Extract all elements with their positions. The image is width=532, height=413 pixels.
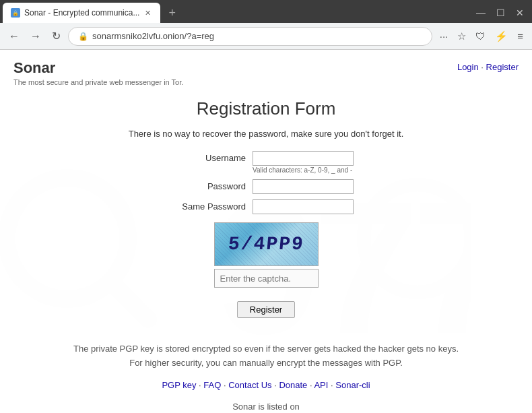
captcha-section: 5/4PP9 <box>27 222 505 288</box>
nav-separator: · <box>481 62 486 72</box>
faq-link[interactable]: FAQ <box>203 380 221 390</box>
password-input[interactable] <box>253 179 354 194</box>
form-container: Registration Form There is no way to rec… <box>13 98 519 318</box>
nav-bar: ← → ↻ 🔒 sonarmsniko2lvfu.onion/?a=reg ··… <box>0 23 532 50</box>
more-options-button[interactable]: ··· <box>436 28 452 44</box>
window-controls-area: — ☐ ✕ <box>471 5 529 20</box>
restore-button[interactable]: ☐ <box>491 5 510 20</box>
contact-link[interactable]: Contact Us <box>228 380 271 390</box>
password-field-wrap <box>253 179 354 194</box>
site-nav: Login · Register <box>457 62 519 72</box>
tab-bar-row: 🔒 Sonar - Encrypted communica... ✕ + — ☐… <box>0 0 532 23</box>
shield-button[interactable]: 🛡 <box>472 28 489 44</box>
same-password-input[interactable] <box>253 199 354 214</box>
bookmark-button[interactable]: ☆ <box>454 28 469 44</box>
page-content: 977 Sonar The most secure and private we… <box>0 50 532 413</box>
username-field-wrap: Valid characters: a-Z, 0-9, _ and - <box>253 151 354 174</box>
form-table: Username Valid characters: a-Z, 0-9, _ a… <box>178 151 354 220</box>
form-title: Registration Form <box>27 98 505 119</box>
site-logo: Sonar The most secure and private web me… <box>13 59 183 86</box>
captcha-input[interactable] <box>214 269 319 288</box>
username-label: Username <box>178 151 253 163</box>
tagline-text: The most secure and private web messenge… <box>13 78 183 86</box>
same-password-field-wrap <box>253 199 354 214</box>
address-bar[interactable]: 🔒 sonarmsniko2lvfu.onion/?a=reg <box>68 27 432 46</box>
donate-link[interactable]: Donate <box>279 380 307 390</box>
back-button[interactable]: ← <box>5 28 23 44</box>
tab-favicon: 🔒 <box>11 8 20 18</box>
api-link[interactable]: API <box>314 380 328 390</box>
register-link[interactable]: Register <box>486 62 519 72</box>
password-label: Password <box>178 179 253 191</box>
tab-title: Sonar - Encrypted communica... <box>24 8 139 18</box>
login-link[interactable]: Login <box>457 62 479 72</box>
browser-window: 🔒 Sonar - Encrypted communica... ✕ + — ☐… <box>0 0 532 413</box>
listed-text: Sonar is listed on <box>13 400 519 413</box>
nav-icons: ··· ☆ 🛡 ⚡ ≡ <box>436 28 527 44</box>
footer: The private PGP key is stored encrypted … <box>13 342 519 413</box>
lock-icon: 🔒 <box>78 32 88 41</box>
captcha-image: 5/4PP9 <box>214 222 319 266</box>
form-warning: There is no way to recover the password,… <box>27 129 505 139</box>
minimize-button[interactable]: — <box>471 5 491 20</box>
logo-text: Sonar <box>13 59 183 77</box>
password-row: Password <box>178 179 354 194</box>
menu-button[interactable]: ≡ <box>514 28 527 44</box>
register-button[interactable]: Register <box>237 301 295 318</box>
pgp-key-link[interactable]: PGP key <box>162 380 196 390</box>
username-hint: Valid characters: a-Z, 0-9, _ and - <box>253 166 354 174</box>
captcha-display-text: 5/4PP9 <box>227 234 305 255</box>
refresh-button[interactable]: ↻ <box>48 28 64 44</box>
url-text: sonarmsniko2lvfu.onion/?a=reg <box>92 31 422 41</box>
sonar-cli-link[interactable]: Sonar-cli <box>335 380 370 390</box>
site-content: Sonar The most secure and private web me… <box>0 50 532 413</box>
close-button[interactable]: ✕ <box>510 5 529 20</box>
same-password-row: Same Password <box>178 199 354 214</box>
extension-button[interactable]: ⚡ <box>492 28 511 44</box>
pgp-info-line2: For higher security, you can manually en… <box>13 356 519 371</box>
register-btn-wrap: Register <box>27 294 505 318</box>
forward-button[interactable]: → <box>27 28 44 44</box>
tab[interactable]: 🔒 Sonar - Encrypted communica... ✕ <box>3 3 160 23</box>
new-tab-button[interactable]: + <box>164 5 180 22</box>
footer-links: PGP key · FAQ · Contact Us · Donate · AP… <box>13 379 519 393</box>
site-header: Sonar The most secure and private web me… <box>13 59 519 86</box>
username-input[interactable] <box>253 151 354 166</box>
pgp-info-line1: The private PGP key is stored encrypted … <box>13 342 519 356</box>
same-password-label: Same Password <box>178 199 253 212</box>
footer-listed: Sonar is listed on Dark Eye · Raptor <box>13 400 519 413</box>
tab-close-icon[interactable]: ✕ <box>143 9 152 18</box>
username-row: Username Valid characters: a-Z, 0-9, _ a… <box>178 151 354 174</box>
